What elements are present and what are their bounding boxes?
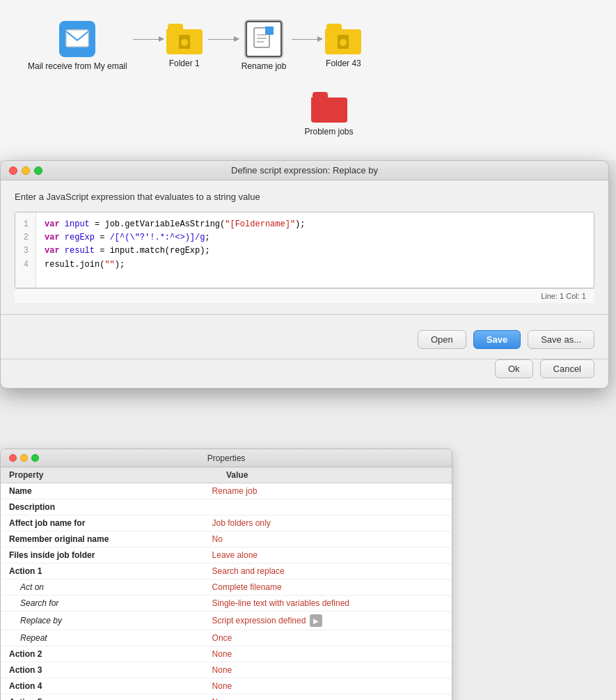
prop-name-label: Name — [1, 483, 204, 499]
arrow-2 — [208, 39, 236, 40]
table-row: Action 4 None — [1, 678, 452, 694]
rename-node-label: Rename job — [242, 61, 287, 71]
table-row: Remember original name No — [1, 531, 452, 547]
minimize-button[interactable] — [22, 166, 30, 175]
save-as-button[interactable]: Save as... — [528, 330, 594, 349]
table-row: Repeat Once — [1, 630, 452, 646]
prop-searchfor-label: Search for — [1, 596, 204, 612]
dialog-action-row: Ok Cancel — [1, 359, 608, 388]
prop-replaceby-text: Script expression defined — [212, 616, 306, 625]
problem-jobs-row: Problem jobs — [70, 92, 588, 137]
workflow-node-rename[interactable]: Rename job — [242, 21, 287, 71]
prop-action4-value: None — [204, 678, 452, 694]
table-row: Search for Single-line text with variabl… — [1, 596, 452, 612]
prop-action3-value: None — [204, 662, 452, 678]
code-editor[interactable]: 1234 var input = job.getVariableAsString… — [15, 212, 594, 288]
cancel-button[interactable]: Cancel — [540, 359, 594, 378]
table-row: Affect job name for Job folders only — [1, 515, 452, 531]
prop-repeat-label: Repeat — [1, 630, 204, 646]
maximize-button[interactable] — [34, 166, 42, 175]
properties-panel: Properties Property Value Name Rename jo… — [0, 449, 452, 700]
prop-searchfor-value: Single-line text with variables defined — [204, 596, 452, 612]
dialog-description: Enter a JavaScript expression that evalu… — [15, 192, 594, 202]
open-button[interactable]: Open — [418, 330, 466, 349]
prop-affect-value: Job folders only — [204, 515, 452, 531]
prop-repeat-value: Once — [204, 630, 452, 646]
folder43-node-label: Folder 43 — [326, 59, 361, 68]
prop-action2-label: Action 2 — [1, 646, 204, 662]
prop-files-label: Files inside job folder — [1, 547, 204, 563]
mail-icon — [59, 21, 95, 57]
table-row: Name Rename job — [1, 483, 452, 499]
workflow-area: Mail receive from My email Folder 1 — [0, 0, 616, 160]
svg-rect-0 — [66, 30, 88, 47]
dialog-title: Define script expression: Replace by — [231, 165, 378, 176]
status-bar: Line: 1 Col: 1 — [15, 288, 594, 303]
prop-remember-label: Remember original name — [1, 531, 204, 547]
arrow-1 — [133, 39, 161, 40]
props-col-property: Property — [9, 470, 226, 480]
prop-replaceby-value: Script expression defined ▶ — [204, 612, 452, 630]
dialog-body: Enter a JavaScript expression that evalu… — [1, 180, 608, 314]
workflow-row: Mail receive from My email Folder 1 — [28, 21, 588, 71]
workflow-node-folder1[interactable]: Folder 1 — [166, 24, 203, 68]
props-close-button[interactable] — [9, 454, 17, 462]
prop-action5-label: Action 5 — [1, 694, 204, 701]
workflow-node-mail[interactable]: Mail receive from My email — [28, 21, 127, 71]
dialog-titlebar: Define script expression: Replace by — [1, 161, 608, 180]
table-row: Action 5 None — [1, 694, 452, 701]
prop-name-value: Rename job — [204, 483, 452, 499]
prop-action4-label: Action 4 — [1, 678, 204, 694]
mail-node-label: Mail receive from My email — [28, 61, 127, 71]
prop-action1-label: Action 1 — [1, 563, 204, 580]
line-numbers: 1234 — [15, 212, 36, 288]
table-row: Replace by Script expression defined ▶ — [1, 612, 452, 630]
close-button[interactable] — [9, 166, 17, 175]
props-title: Properties — [207, 453, 246, 463]
save-button[interactable]: Save — [473, 330, 521, 349]
traffic-lights — [9, 166, 42, 175]
workflow-node-folder43[interactable]: Folder 43 — [325, 24, 361, 68]
table-row: Act on Complete filename — [1, 580, 452, 596]
prop-acton-label: Act on — [1, 580, 204, 596]
prop-remember-value: No — [204, 531, 452, 547]
prop-desc-value — [204, 499, 452, 515]
table-row: Description — [1, 499, 452, 515]
props-titlebar: Properties — [1, 449, 452, 467]
replace-by-arrow-button[interactable]: ▶ — [310, 614, 322, 627]
prop-files-value: Leave alone — [204, 547, 452, 563]
svg-rect-2 — [265, 26, 274, 35]
prop-acton-value: Complete filename — [204, 580, 452, 596]
ok-button[interactable]: Ok — [495, 359, 533, 378]
prop-affect-label: Affect job name for — [1, 515, 204, 531]
dialog-separator — [1, 314, 608, 315]
arrow-3 — [292, 39, 319, 40]
table-row: Action 3 None — [1, 662, 452, 678]
script-dialog: Define script expression: Replace by Ent… — [0, 160, 609, 389]
prop-replaceby-label: Replace by — [1, 612, 204, 630]
dialog-footer-buttons: Open Save Save as... — [1, 323, 608, 359]
prop-action5-value: None — [204, 694, 452, 701]
prop-desc-label: Description — [1, 499, 204, 515]
code-content[interactable]: var input = job.getVariableAsString("[Fo… — [36, 212, 594, 288]
prop-action1-value: Search and replace — [204, 563, 452, 580]
table-row: Files inside job folder Leave alone — [1, 547, 452, 563]
workflow-node-problem[interactable]: Problem jobs — [70, 92, 588, 137]
table-row: Action 1 Search and replace — [1, 563, 452, 580]
props-minimize-button[interactable] — [20, 454, 28, 462]
cursor-position: Line: 1 Col: 1 — [541, 292, 586, 300]
props-table: Name Rename job Description Affect job n… — [1, 483, 452, 700]
props-col-value: Value — [226, 470, 443, 480]
prop-action3-label: Action 3 — [1, 662, 204, 678]
prop-action2-value: None — [204, 646, 452, 662]
table-row: Action 2 None — [1, 646, 452, 662]
folder1-node-label: Folder 1 — [169, 59, 200, 68]
props-maximize-button[interactable] — [31, 454, 39, 462]
problem-node-label: Problem jobs — [304, 127, 353, 137]
props-traffic-lights — [9, 454, 39, 462]
props-header: Property Value — [1, 467, 452, 483]
